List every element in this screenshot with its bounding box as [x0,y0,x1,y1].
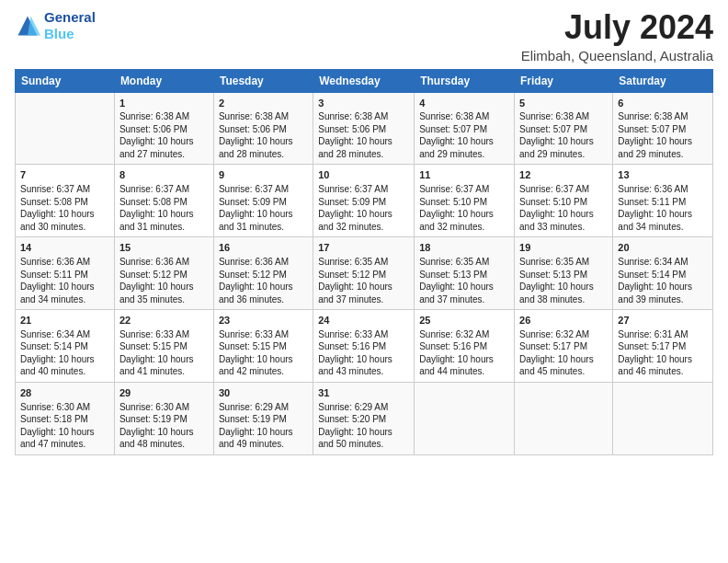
day-number: 25 [419,314,509,327]
calendar-cell: 19Sunrise: 6:35 AM Sunset: 5:13 PM Dayli… [515,237,613,310]
cell-content: Sunrise: 6:37 AM Sunset: 5:08 PM Dayligh… [20,183,109,233]
day-number: 28 [20,386,109,400]
page: General Blue July 2024 Elimbah, Queensla… [0,0,728,563]
day-number: 15 [119,241,209,255]
calendar-cell: 6Sunrise: 6:38 AM Sunset: 5:07 PM Daylig… [613,92,713,165]
calendar-cell: 18Sunrise: 6:35 AM Sunset: 5:13 PM Dayli… [415,237,515,310]
day-number: 5 [519,97,608,110]
cell-content: Sunrise: 6:35 AM Sunset: 5:13 PM Dayligh… [519,256,608,305]
cell-content: Sunrise: 6:34 AM Sunset: 5:14 PM Dayligh… [618,256,708,305]
calendar-cell [415,382,515,454]
day-number: 9 [219,168,308,182]
cell-content: Sunrise: 6:36 AM Sunset: 5:11 PM Dayligh… [618,183,708,233]
cell-content: Sunrise: 6:37 AM Sunset: 5:09 PM Dayligh… [219,183,308,233]
calendar-cell: 22Sunrise: 6:33 AM Sunset: 5:15 PM Dayli… [114,310,213,383]
day-number: 7 [20,168,109,182]
cell-content: Sunrise: 6:37 AM Sunset: 5:10 PM Dayligh… [519,183,608,233]
day-number: 6 [618,97,708,110]
cell-content: Sunrise: 6:38 AM Sunset: 5:07 PM Dayligh… [618,110,708,160]
cell-content: Sunrise: 6:35 AM Sunset: 5:13 PM Dayligh… [419,256,509,305]
day-number: 31 [318,386,409,400]
cell-content: Sunrise: 6:38 AM Sunset: 5:07 PM Dayligh… [419,110,509,160]
day-number: 19 [519,241,608,255]
day-number: 13 [618,168,708,182]
day-number: 23 [219,314,308,327]
cell-content: Sunrise: 6:38 AM Sunset: 5:06 PM Dayligh… [318,110,409,160]
cell-content: Sunrise: 6:30 AM Sunset: 5:18 PM Dayligh… [20,401,109,451]
cell-content: Sunrise: 6:33 AM Sunset: 5:15 PM Dayligh… [219,328,308,378]
cell-content: Sunrise: 6:33 AM Sunset: 5:16 PM Dayligh… [318,328,409,378]
day-number: 2 [219,97,308,110]
calendar-header-row: SundayMondayTuesdayWednesdayThursdayFrid… [16,69,713,92]
day-number: 16 [219,241,308,255]
calendar-cell: 25Sunrise: 6:32 AM Sunset: 5:16 PM Dayli… [415,310,515,383]
calendar-week-row: 14Sunrise: 6:36 AM Sunset: 5:11 PM Dayli… [16,237,713,310]
logo-line1: General [44,9,96,26]
cell-content: Sunrise: 6:37 AM Sunset: 5:10 PM Dayligh… [419,183,509,233]
calendar-week-row: 28Sunrise: 6:30 AM Sunset: 5:18 PM Dayli… [16,382,713,454]
cell-content: Sunrise: 6:33 AM Sunset: 5:15 PM Dayligh… [119,328,209,378]
cell-content: Sunrise: 6:29 AM Sunset: 5:20 PM Dayligh… [318,401,409,451]
logo-icon [15,13,40,39]
calendar-cell [613,382,713,454]
cell-content: Sunrise: 6:29 AM Sunset: 5:19 PM Dayligh… [219,401,308,451]
day-number: 3 [318,97,409,110]
calendar-cell: 16Sunrise: 6:36 AM Sunset: 5:12 PM Dayli… [213,237,313,310]
cell-content: Sunrise: 6:30 AM Sunset: 5:19 PM Dayligh… [119,401,209,451]
logo-line2: Blue [44,26,96,42]
cell-content: Sunrise: 6:36 AM Sunset: 5:12 PM Dayligh… [119,256,209,305]
title-block: July 2024 Elimbah, Queensland, Australia [521,9,713,63]
calendar-cell: 29Sunrise: 6:30 AM Sunset: 5:19 PM Dayli… [114,382,213,454]
day-number: 29 [119,386,209,400]
calendar-cell: 27Sunrise: 6:31 AM Sunset: 5:17 PM Dayli… [613,310,713,383]
calendar-week-row: 21Sunrise: 6:34 AM Sunset: 5:14 PM Dayli… [16,310,713,383]
day-number: 24 [318,314,409,327]
day-number: 1 [119,97,209,110]
cell-content: Sunrise: 6:36 AM Sunset: 5:12 PM Dayligh… [219,256,308,305]
day-number: 18 [419,241,509,255]
day-number: 4 [419,97,509,110]
main-title: July 2024 [521,9,713,46]
day-number: 17 [318,241,409,255]
day-number: 14 [20,241,109,255]
calendar-cell: 4Sunrise: 6:38 AM Sunset: 5:07 PM Daylig… [415,92,515,165]
calendar-cell: 13Sunrise: 6:36 AM Sunset: 5:11 PM Dayli… [613,165,713,237]
calendar-cell: 10Sunrise: 6:37 AM Sunset: 5:09 PM Dayli… [313,165,415,237]
weekday-header: Sunday [16,69,115,92]
calendar-cell: 3Sunrise: 6:38 AM Sunset: 5:06 PM Daylig… [313,92,415,165]
logo: General Blue [15,9,96,42]
calendar-table: SundayMondayTuesdayWednesdayThursdayFrid… [15,69,713,455]
calendar-week-row: 7Sunrise: 6:37 AM Sunset: 5:08 PM Daylig… [16,165,713,237]
calendar-cell: 1Sunrise: 6:38 AM Sunset: 5:06 PM Daylig… [114,92,213,165]
cell-content: Sunrise: 6:38 AM Sunset: 5:06 PM Dayligh… [119,110,209,160]
calendar-cell: 2Sunrise: 6:38 AM Sunset: 5:06 PM Daylig… [213,92,313,165]
day-number: 30 [219,386,308,400]
cell-content: Sunrise: 6:37 AM Sunset: 5:09 PM Dayligh… [318,183,409,233]
calendar-cell: 15Sunrise: 6:36 AM Sunset: 5:12 PM Dayli… [114,237,213,310]
calendar-cell: 12Sunrise: 6:37 AM Sunset: 5:10 PM Dayli… [515,165,613,237]
calendar-cell: 26Sunrise: 6:32 AM Sunset: 5:17 PM Dayli… [515,310,613,383]
calendar-cell: 28Sunrise: 6:30 AM Sunset: 5:18 PM Dayli… [16,382,115,454]
day-number: 27 [618,314,708,327]
day-number: 20 [618,241,708,255]
calendar-cell [515,382,613,454]
cell-content: Sunrise: 6:38 AM Sunset: 5:07 PM Dayligh… [519,110,608,160]
day-number: 22 [119,314,209,327]
cell-content: Sunrise: 6:37 AM Sunset: 5:08 PM Dayligh… [119,183,209,233]
calendar-cell: 14Sunrise: 6:36 AM Sunset: 5:11 PM Dayli… [16,237,115,310]
calendar-cell: 31Sunrise: 6:29 AM Sunset: 5:20 PM Dayli… [313,382,415,454]
calendar-cell [16,92,115,165]
day-number: 11 [419,168,509,182]
calendar-cell: 21Sunrise: 6:34 AM Sunset: 5:14 PM Dayli… [16,310,115,383]
calendar-cell: 8Sunrise: 6:37 AM Sunset: 5:08 PM Daylig… [114,165,213,237]
cell-content: Sunrise: 6:38 AM Sunset: 5:06 PM Dayligh… [219,110,308,160]
calendar-cell: 20Sunrise: 6:34 AM Sunset: 5:14 PM Dayli… [613,237,713,310]
weekday-header: Monday [114,69,213,92]
calendar-cell: 30Sunrise: 6:29 AM Sunset: 5:19 PM Dayli… [213,382,313,454]
calendar-week-row: 1Sunrise: 6:38 AM Sunset: 5:06 PM Daylig… [16,92,713,165]
day-number: 12 [519,168,608,182]
day-number: 8 [119,168,209,182]
calendar-cell: 23Sunrise: 6:33 AM Sunset: 5:15 PM Dayli… [213,310,313,383]
cell-content: Sunrise: 6:32 AM Sunset: 5:17 PM Dayligh… [519,328,608,378]
logo-text: General Blue [44,9,96,42]
